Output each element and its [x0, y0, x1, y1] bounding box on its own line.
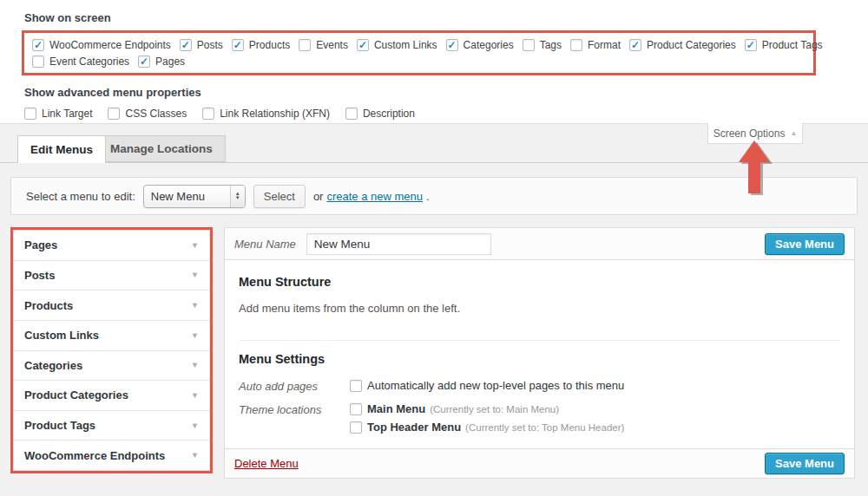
- checkbox-icon[interactable]: [345, 108, 358, 120]
- chevron-up-icon: ▲: [790, 129, 797, 137]
- accordion-section-product-categories[interactable]: Product Categories▼: [13, 381, 210, 411]
- accordion-section-label: Products: [24, 299, 73, 312]
- modules-checkbox-row-2: Event Categories✓Pages: [32, 55, 806, 68]
- sentence-period: .: [426, 190, 430, 203]
- option-posts[interactable]: ✓Posts: [180, 39, 223, 51]
- menu-settings-title: Menu Settings: [239, 352, 840, 366]
- accordion-section-categories[interactable]: Categories▼: [13, 351, 210, 382]
- checkbox-label: Custom Links: [374, 39, 437, 51]
- option-categories[interactable]: ✓Categories: [446, 39, 514, 51]
- checkbox-icon[interactable]: [570, 39, 582, 51]
- accordion-section-label: Custom Links: [24, 329, 99, 342]
- checkbox-icon[interactable]: [299, 39, 311, 51]
- option-link-relationship-xfn[interactable]: Link Relationship (XFN): [202, 108, 330, 120]
- checkbox-icon[interactable]: [350, 403, 362, 415]
- create-new-menu-link[interactable]: create a new menu: [326, 190, 423, 203]
- accordion-section-custom-links[interactable]: Custom Links▼: [13, 321, 210, 351]
- menu-select-bar: Select a menu to edit: New Menu ▲▼ Selec…: [10, 177, 858, 215]
- chevron-down-icon[interactable]: ▼: [191, 331, 199, 340]
- chevron-down-icon[interactable]: ▼: [191, 271, 199, 279]
- advanced-properties-heading: Show advanced menu properties: [24, 86, 868, 99]
- menu-editor-panel: Menu Name Save Menu Menu Structure Add m…: [224, 227, 855, 479]
- chevron-down-icon[interactable]: ▼: [191, 451, 199, 460]
- save-menu-button-top[interactable]: Save Menu: [765, 233, 845, 255]
- accordion-section-pages[interactable]: Pages▼: [13, 230, 210, 261]
- checkbox-label: Posts: [197, 39, 223, 51]
- accordion-section-posts[interactable]: Posts▼: [13, 261, 210, 291]
- checked-checkbox-icon[interactable]: ✓: [629, 39, 641, 51]
- menu-structure-title: Menu Structure: [239, 275, 840, 289]
- checkbox-icon[interactable]: [523, 39, 535, 51]
- tab-manage-locations[interactable]: Manage Locations: [97, 135, 226, 162]
- option-woocommerce-endpoints[interactable]: ✓WooCommerce Endpoints: [32, 39, 171, 51]
- checked-checkbox-icon[interactable]: ✓: [446, 39, 458, 51]
- checked-checkbox-icon[interactable]: ✓: [745, 39, 757, 51]
- checked-checkbox-icon[interactable]: ✓: [138, 55, 150, 68]
- option-css-classes[interactable]: CSS Classes: [108, 108, 187, 120]
- chevron-down-icon[interactable]: ▼: [191, 301, 199, 310]
- checked-checkbox-icon[interactable]: ✓: [180, 39, 192, 51]
- theme-location-name: Main Menu: [367, 402, 425, 415]
- auto-add-pages-option[interactable]: Automatically add new top-level pages to…: [350, 379, 840, 392]
- checkbox-label: CSS Classes: [125, 108, 187, 120]
- annotation-red-box-accordion: Pages▼Posts▼Products▼Custom Links▼Catego…: [10, 227, 213, 473]
- theme-locations-label: Theme locations: [239, 402, 350, 416]
- save-menu-button-bottom[interactable]: Save Menu: [765, 453, 845, 474]
- accordion-section-label: Product Tags: [24, 419, 95, 432]
- checkbox-icon[interactable]: [350, 380, 362, 392]
- theme-location-top-header-menu[interactable]: Top Header Menu(Currently set to: Top Me…: [350, 421, 840, 434]
- select-menu-button[interactable]: Select: [253, 185, 306, 208]
- option-product-categories[interactable]: ✓Product Categories: [629, 39, 736, 51]
- annotation-red-box-modules: ✓WooCommerce Endpoints✓Posts✓ProductsEve…: [22, 30, 816, 75]
- menu-select-dropdown[interactable]: New Menu ▲▼: [143, 185, 246, 208]
- option-custom-links[interactable]: ✓Custom Links: [357, 39, 437, 51]
- option-tags[interactable]: Tags: [523, 39, 562, 51]
- option-pages[interactable]: ✓Pages: [138, 55, 185, 68]
- checkbox-icon[interactable]: [202, 108, 214, 120]
- menu-structure-hint: Add menu items from the column on the le…: [239, 302, 840, 315]
- theme-location-current-note: (Currently set to: Top Menu Header): [465, 422, 624, 433]
- auto-add-pages-label: Auto add pages: [239, 379, 350, 393]
- menu-editor-body: Menu Structure Add menu items from the c…: [225, 260, 854, 448]
- chevron-down-icon[interactable]: ▼: [191, 361, 199, 369]
- option-events[interactable]: Events: [299, 39, 348, 51]
- checkbox-label: Format: [588, 39, 621, 51]
- option-link-target[interactable]: Link Target: [24, 108, 92, 120]
- chevron-down-icon[interactable]: ▼: [191, 421, 199, 430]
- screen-options-toggle-label: Screen Options: [713, 127, 786, 140]
- checkbox-label: Categories: [464, 39, 514, 51]
- option-products[interactable]: ✓Products: [232, 39, 290, 51]
- checked-checkbox-icon[interactable]: ✓: [32, 39, 44, 51]
- option-format[interactable]: Format: [570, 39, 621, 51]
- accordion-section-woocommerce-endpoints[interactable]: WooCommerce Endpoints▼: [13, 441, 210, 471]
- checkbox-icon[interactable]: [24, 108, 36, 120]
- tab-edit-menus[interactable]: Edit Menus: [17, 135, 106, 163]
- menu-select-value: New Menu: [144, 190, 230, 203]
- accordion-section-products[interactable]: Products▼: [13, 290, 210, 321]
- chevron-down-icon[interactable]: ▼: [191, 391, 199, 400]
- menu-name-input[interactable]: [306, 233, 491, 255]
- auto-add-pages-text: Automatically add new top-level pages to…: [367, 379, 624, 392]
- option-product-tags[interactable]: ✓Product Tags: [745, 39, 823, 51]
- advanced-checkbox-row: Link TargetCSS ClassesLink Relationship …: [24, 108, 868, 120]
- checkbox-label: Pages: [155, 55, 185, 68]
- accordion-section-label: Product Categories: [24, 388, 128, 401]
- theme-location-name: Top Header Menu: [367, 421, 461, 434]
- checkbox-icon[interactable]: [108, 108, 120, 120]
- accordion-section-product-tags[interactable]: Product Tags▼: [13, 411, 210, 441]
- chevron-down-icon[interactable]: ▼: [191, 241, 199, 250]
- annotation-arrow-up: [739, 140, 772, 194]
- option-description[interactable]: Description: [345, 108, 415, 120]
- checked-checkbox-icon[interactable]: ✓: [232, 39, 244, 51]
- option-event-categories[interactable]: Event Categories: [32, 55, 129, 68]
- checkbox-label: Events: [316, 39, 348, 51]
- checkbox-icon[interactable]: [32, 55, 44, 68]
- screen-options-panel: Show on screen ✓WooCommerce Endpoints✓Po…: [0, 0, 868, 124]
- theme-location-main-menu[interactable]: Main Menu(Currently set to: Main Menu): [350, 402, 840, 415]
- checkbox-label: WooCommerce Endpoints: [49, 39, 171, 51]
- or-text: or: [313, 190, 324, 203]
- checked-checkbox-icon[interactable]: ✓: [357, 39, 369, 51]
- delete-menu-link[interactable]: Delete Menu: [234, 457, 299, 470]
- checkbox-icon[interactable]: [350, 421, 362, 434]
- checkbox-label: Event Categories: [49, 55, 129, 68]
